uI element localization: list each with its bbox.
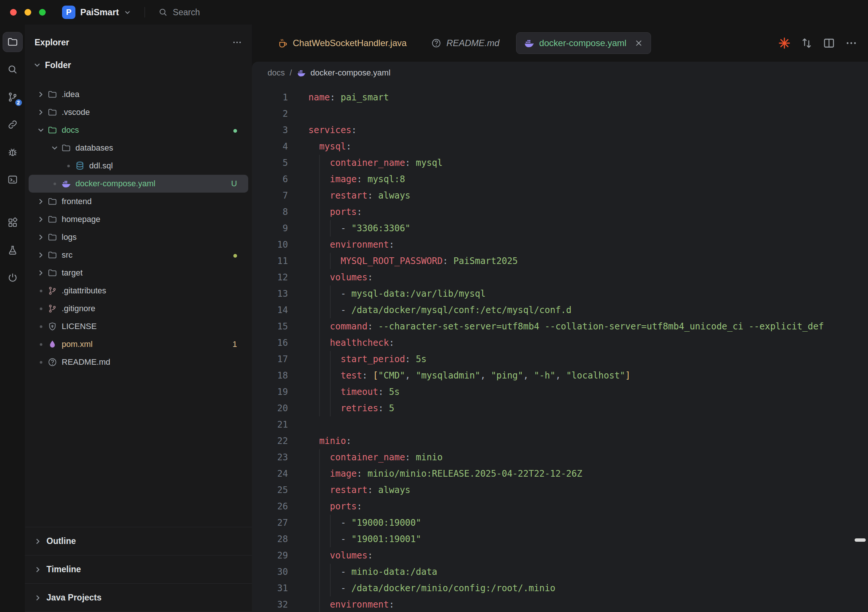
tree-item-ddl-sql[interactable]: ddl.sql bbox=[29, 157, 248, 175]
code-line-27[interactable]: 27 - "19000:19000" bbox=[252, 514, 868, 531]
code-line-28[interactable]: 28 - "19001:19001" bbox=[252, 531, 868, 547]
tree-item-vscode[interactable]: .vscode bbox=[29, 103, 248, 121]
ai-spark-button[interactable] bbox=[778, 37, 791, 50]
line-number: 26 bbox=[252, 498, 288, 514]
debug-button[interactable] bbox=[3, 142, 23, 162]
connect-button[interactable] bbox=[3, 268, 23, 288]
split-editor-button[interactable] bbox=[823, 37, 835, 50]
code-line-32[interactable]: 32 environment: bbox=[252, 596, 868, 612]
code-line-1[interactable]: 1name: pai_smart bbox=[252, 89, 868, 106]
editor-more-button[interactable] bbox=[845, 37, 857, 50]
breadcrumb-file[interactable]: docker-compose.yaml bbox=[311, 68, 391, 78]
tab-chatwebsockethandler-java[interactable]: ChatWebSocketHandler.java bbox=[270, 33, 414, 54]
code-line-4[interactable]: 4 mysql: bbox=[252, 138, 868, 155]
tree-item-pom-xml[interactable]: pom.xml1 bbox=[29, 336, 248, 353]
code-line-12[interactable]: 12 volumes: bbox=[252, 269, 868, 286]
global-search[interactable]: Search bbox=[158, 8, 200, 17]
tree-item-gitattributes[interactable]: .gitattributes bbox=[29, 282, 248, 300]
zoom-button[interactable] bbox=[39, 9, 46, 16]
line-content: ports: bbox=[308, 501, 362, 512]
search-button[interactable] bbox=[3, 59, 23, 79]
tree-item-logs[interactable]: logs bbox=[29, 228, 248, 246]
code-line-24[interactable]: 24 image: minio/minio:RELEASE.2025-04-22… bbox=[252, 466, 868, 482]
code-line-22[interactable]: 22 minio: bbox=[252, 433, 868, 449]
tree-item-readme-md[interactable]: README.md bbox=[29, 353, 248, 371]
code-editor[interactable]: 1name: pai_smart23services:4 mysql:5 con… bbox=[252, 84, 868, 612]
code-line-2[interactable]: 2 bbox=[252, 106, 868, 122]
line-number: 19 bbox=[252, 384, 288, 400]
project-switcher[interactable]: P PaiSmart bbox=[62, 6, 131, 19]
code-line-17[interactable]: 17 start_period: 5s bbox=[252, 351, 868, 367]
tree-item-docs[interactable]: docs bbox=[29, 121, 248, 139]
folder-icon bbox=[47, 107, 57, 118]
code-line-3[interactable]: 3services: bbox=[252, 122, 868, 138]
shield-icon bbox=[47, 321, 57, 332]
app-window: P PaiSmart Search 2 Explorer bbox=[0, 0, 868, 612]
tree-item-docker-compose-yaml[interactable]: docker-compose.yamlU bbox=[29, 175, 248, 193]
line-content: ports: bbox=[308, 207, 362, 217]
tree-item-license[interactable]: LICENSE bbox=[29, 317, 248, 336]
line-number: 31 bbox=[252, 580, 288, 596]
line-number: 9 bbox=[252, 220, 288, 236]
code-line-31[interactable]: 31 - /data/docker/minio/config:/root/.mi… bbox=[252, 580, 868, 596]
tree-item-idea[interactable]: .idea bbox=[29, 85, 248, 103]
code-line-18[interactable]: 18 test: ["CMD", "mysqladmin", "ping", "… bbox=[252, 367, 868, 384]
chevron-right-icon bbox=[37, 90, 45, 98]
scrollbar-thumb[interactable] bbox=[855, 538, 866, 542]
tree-item-frontend[interactable]: frontend bbox=[29, 193, 248, 210]
code-line-19[interactable]: 19 timeout: 5s bbox=[252, 384, 868, 400]
code-line-30[interactable]: 30 - minio-data:/data bbox=[252, 564, 868, 580]
folder-icon bbox=[47, 268, 57, 278]
code-line-20[interactable]: 20 retries: 5 bbox=[252, 400, 868, 416]
code-line-6[interactable]: 6 image: mysql:8 bbox=[252, 171, 868, 187]
close-button[interactable] bbox=[10, 9, 17, 16]
explorer-button[interactable] bbox=[3, 32, 23, 52]
code-line-29[interactable]: 29 volumes: bbox=[252, 547, 868, 564]
close-icon[interactable] bbox=[634, 39, 643, 48]
references-button[interactable] bbox=[3, 115, 23, 135]
question-icon bbox=[431, 38, 442, 48]
tree-item-label: docker-compose.yaml bbox=[76, 179, 155, 188]
tree-item-target[interactable]: target bbox=[29, 264, 248, 282]
tab-readme-md[interactable]: README.md bbox=[423, 33, 507, 54]
code-line-15[interactable]: 15 command: --character-set-server=utf8m… bbox=[252, 318, 868, 335]
breadcrumb-folder[interactable]: docs bbox=[268, 68, 285, 78]
code-line-7[interactable]: 7 restart: always bbox=[252, 187, 868, 204]
code-line-16[interactable]: 16 healthcheck: bbox=[252, 335, 868, 351]
tree-item-src[interactable]: src bbox=[29, 246, 248, 264]
code-line-10[interactable]: 10 environment: bbox=[252, 236, 868, 253]
compare-changes-button[interactable] bbox=[800, 37, 813, 50]
code-line-9[interactable]: 9 - "3306:3306" bbox=[252, 220, 868, 236]
source-control-button[interactable]: 2 bbox=[3, 87, 23, 107]
line-number: 2 bbox=[252, 106, 288, 122]
folder-section-header[interactable]: Folder bbox=[25, 55, 252, 75]
minimize-button[interactable] bbox=[25, 9, 31, 16]
code-line-5[interactable]: 5 container_name: mysql bbox=[252, 155, 868, 171]
code-panel: docs/docker-compose.yaml 1name: pai_smar… bbox=[252, 62, 868, 612]
sidebar-bottom-sections: OutlineTimelineJava Projects bbox=[25, 527, 252, 612]
code-line-14[interactable]: 14 - /data/docker/mysql/conf:/etc/mysql/… bbox=[252, 302, 868, 318]
tab-docker-compose-yaml[interactable]: docker-compose.yaml bbox=[516, 33, 651, 54]
sidebar-section-java-projects[interactable]: Java Projects bbox=[25, 583, 252, 612]
testing-button[interactable] bbox=[3, 240, 23, 260]
code-line-11[interactable]: 11 MYSQL_ROOT_PASSWORD: PaiSmart2025 bbox=[252, 253, 868, 269]
code-line-13[interactable]: 13 - mysql-data:/var/lib/mysql bbox=[252, 286, 868, 302]
chevron-right-icon bbox=[37, 108, 45, 116]
sidebar-section-outline[interactable]: Outline bbox=[25, 527, 252, 555]
line-content: - /data/docker/minio/config:/root/.minio bbox=[308, 583, 555, 593]
tree-item-databases[interactable]: databases bbox=[29, 139, 248, 157]
code-line-21[interactable]: 21 bbox=[252, 416, 868, 433]
code-line-8[interactable]: 8 ports: bbox=[252, 204, 868, 220]
code-line-26[interactable]: 26 ports: bbox=[252, 498, 868, 514]
chevron-right-icon bbox=[37, 251, 45, 259]
sidebar-section-timeline[interactable]: Timeline bbox=[25, 555, 252, 583]
tree-item-homepage[interactable]: homepage bbox=[29, 210, 248, 228]
tree-item-label: .gitattributes bbox=[62, 286, 106, 295]
extensions-button[interactable] bbox=[3, 213, 23, 233]
tree-item-gitignore[interactable]: .gitignore bbox=[29, 300, 248, 317]
explorer-more-button[interactable] bbox=[232, 37, 242, 48]
code-line-25[interactable]: 25 restart: always bbox=[252, 482, 868, 498]
code-line-23[interactable]: 23 container_name: minio bbox=[252, 449, 868, 466]
line-number: 22 bbox=[252, 433, 288, 449]
terminal-button[interactable] bbox=[3, 169, 23, 190]
